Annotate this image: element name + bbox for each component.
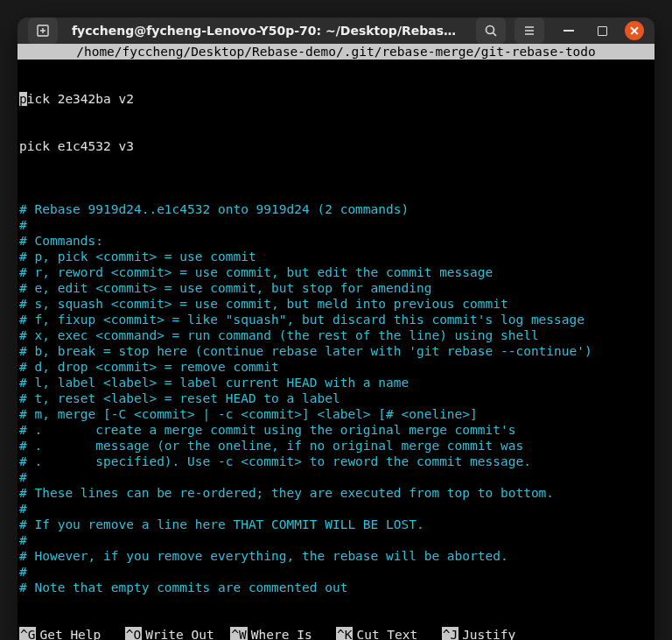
comment-line: # [19,469,653,485]
menu-button[interactable] [514,18,544,44]
maximize-button[interactable] [592,20,612,41]
comment-line: # d, drop <commit> = remove commit [19,359,653,375]
comment-line: # These lines can be re-ordered; they ar… [19,485,653,501]
comment-line: # Rebase 9919d24..e1c4532 onto 9919d24 (… [19,201,653,217]
terminal-window: fyccheng@fycheng-Lenovo-Y50p-70: ~/Deskt… [18,18,654,640]
minimize-button[interactable] [558,20,579,41]
comment-line: # . message (or the oneline, if no origi… [19,438,653,454]
window-controls [558,20,644,41]
file-path-bar: /home/fyccheng/Desktop/Rebase-demo/.git/… [18,44,654,60]
shortcut-whereis[interactable]: ^WWhere Is [230,627,336,640]
comment-line: # [19,532,653,548]
svg-line-4 [494,33,497,37]
shortcut-justify[interactable]: ^JJustify [442,627,548,640]
shortcut-cut[interactable]: ^KCut Text [336,627,442,640]
pick-line: pick 2e342ba v2 [19,91,653,107]
close-button[interactable] [625,21,644,40]
comment-line: # Commands: [19,233,653,249]
svg-point-3 [486,26,494,34]
comment-line: # r, reword <commit> = use commit, but e… [19,264,653,280]
comment-line: # m, merge [-C <commit> | -c <commit>] <… [19,406,653,422]
comment-line: # e, edit <commit> = use commit, but sto… [19,280,653,296]
comment-line: # t, reset <label> = reset HEAD to a lab… [19,390,653,406]
comment-line: # s, squash <commit> = use commit, but m… [19,296,653,312]
comment-line: # . specified). Use -c <commit> to rewor… [19,454,653,469]
comment-line: # Note that empty commits are commented … [19,580,653,595]
comment-line: # However, if you remove everything, the… [19,548,653,564]
shortcut-help[interactable]: ^GGet Help [19,627,125,640]
cursor: p [19,92,27,106]
search-button[interactable] [476,18,506,44]
comment-line: # [19,564,653,580]
comment-line: # p, pick <commit> = use commit [19,249,653,264]
comment-line: # If you remove a line here THAT COMMIT … [19,517,653,532]
comment-line: # l, label <label> = label current HEAD … [19,375,653,390]
shortcuts-bar: ^GGet Help ^OWrite Out ^WWhere Is ^KCut … [18,627,654,640]
comment-line: # [19,501,653,517]
comment-line: # [19,217,653,233]
comment-line: # f, fixup <commit> = like "squash", but… [19,312,653,327]
shortcut-writeout[interactable]: ^OWrite Out [125,627,231,640]
comment-line [19,186,653,201]
comment-line: # b, break = stop here (continue rebase … [19,343,653,359]
window-title: fyccheng@fycheng-Lenovo-Y50p-70: ~/Deskt… [66,24,467,38]
editor-content[interactable]: pick 2e342ba v2 pick e1c4532 v3 # Rebase… [18,60,654,627]
titlebar: fyccheng@fycheng-Lenovo-Y50p-70: ~/Deskt… [18,18,654,44]
comment-line: # x, exec <command> = run command (the r… [19,327,653,343]
comment-line: # . create a merge commit using the orig… [19,422,653,438]
pick-line: pick e1c4532 v3 [19,138,653,154]
terminal-area[interactable]: /home/fyccheng/Desktop/Rebase-demo/.git/… [18,44,654,640]
new-tab-button[interactable] [28,18,58,44]
